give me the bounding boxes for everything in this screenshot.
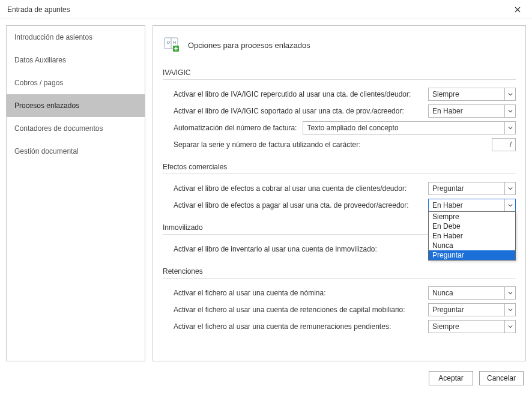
titlebar: Entrada de apuntes [0,0,532,19]
sidebar-item-label: Introducción de asientos [14,33,92,41]
combo-value: En Haber [429,107,504,115]
sidebar-item-label: Datos Auxiliares [14,56,66,64]
chevron-down-icon [504,321,515,333]
dropdown-option[interactable]: Siempre [429,212,515,222]
section-title-iva: IVA/IGIC [163,65,516,80]
row-iva-separador: Separar la serie y número de factura uti… [163,136,516,153]
combo-iva-soportado[interactable]: En Haber [428,104,516,118]
chevron-down-icon [504,287,515,299]
chevron-down-icon [504,122,515,134]
window-title: Entrada de apuntes [7,5,70,14]
combo-value: Nunca [429,289,504,297]
dropdown-option[interactable]: Nunca [429,241,515,250]
accept-button[interactable]: Aceptar [429,371,473,385]
combo-efectos-pagar[interactable]: En Haber [428,199,516,212]
field-label: Activar el libro de efectos a pagar al u… [174,201,409,210]
sidebar-item-label: Contadores de documentos [14,124,103,133]
row-iva-repercutido: Activar el libro de IVA/IGIC repercutido… [163,86,516,103]
combo-iva-repercutido[interactable]: Siempre [428,88,516,101]
row-iva-automatizacion: Automatización del número de factura: Te… [163,119,516,136]
page-title: Opciones para procesos enlazados [188,41,310,50]
combo-reten-remuneraciones[interactable]: Siempre [428,320,516,333]
combo-reten-capital[interactable]: Preguntar [428,303,516,316]
row-efectos-pagar: Activar el libro de efectos a pagar al u… [163,197,516,214]
button-label: Aceptar [438,374,463,382]
sidebar-item-introduccion[interactable]: Introducción de asientos [7,26,145,49]
button-label: Cancelar [487,374,516,382]
combo-automatizacion-factura[interactable]: Texto ampliado del concepto [303,121,516,134]
combo-value: Siempre [429,322,504,331]
combo-value: En Haber [429,201,504,210]
field-label: Activar el libro de inventario al usar u… [174,245,377,253]
field-label: Activar el fichero al usar una cuenta de… [174,306,405,314]
sidebar: Introducción de asientos Datos Auxiliare… [6,25,145,361]
field-label: Activar el fichero al usar una cuenta de… [174,322,391,331]
field-label: Automatización del número de factura: [174,124,297,132]
combo-value: Preguntar [429,184,504,193]
field-label: Activar el fichero al usar una cuenta de… [174,289,325,297]
sidebar-item-label: Gestión documental [14,147,79,155]
svg-text:D: D [167,40,170,44]
dropdown-option[interactable]: En Haber [429,231,515,241]
ledger-icon: D H [164,37,180,54]
section-title-efectos: Efectos comerciales [163,159,516,174]
dialog-footer: Aceptar Cancelar [0,366,532,390]
close-icon [515,7,521,13]
dropdown-option[interactable]: En Debe [429,222,515,231]
section-title-retenciones: Retenciones [163,264,516,279]
combo-reten-nomina[interactable]: Nunca [428,286,516,300]
chevron-down-icon [504,105,515,117]
sidebar-item-cobros-pagos[interactable]: Cobros / pagos [7,71,145,94]
sidebar-item-contadores[interactable]: Contadores de documentos [7,117,145,140]
close-button[interactable] [509,1,526,18]
sidebar-item-datos-auxiliares[interactable]: Datos Auxiliares [7,49,145,71]
chevron-down-icon [504,182,515,194]
combo-value: Preguntar [429,306,504,314]
sidebar-item-label: Cobros / pagos [14,79,63,87]
dialog-body: Introducción de asientos Datos Auxiliare… [0,19,532,366]
combo-value: Texto ampliado del concepto [303,124,504,132]
dropdown-list-efectos-pagar[interactable]: SiempreEn DebeEn HaberNuncaPreguntar [428,211,516,261]
sidebar-item-label: Procesos enlazados [14,101,79,110]
field-label: Activar el libro de IVA/IGIC repercutido… [174,90,411,98]
content-panel: D H Opciones para procesos enlazados IVA… [153,25,526,361]
svg-text:H: H [173,40,176,44]
input-separador-serie[interactable] [492,138,516,151]
field-label: Activar el libro de IVA/IGIC soportado a… [174,107,404,115]
row-iva-soportado: Activar el libro de IVA/IGIC soportado a… [163,103,516,119]
row-reten-remuneraciones: Activar el fichero al usar una cuenta de… [163,318,516,335]
dropdown-option[interactable]: Preguntar [429,250,515,260]
chevron-down-icon [504,304,515,316]
page-header: D H Opciones para procesos enlazados [164,37,516,54]
sidebar-item-procesos-enlazados[interactable]: Procesos enlazados [7,94,145,117]
row-reten-nomina: Activar el fichero al usar una cuenta de… [163,285,516,301]
field-label: Activar el libro de efectos a cobrar al … [174,184,407,193]
field-label: Separar la serie y número de factura uti… [174,140,361,149]
row-efectos-cobrar: Activar el libro de efectos a cobrar al … [163,180,516,197]
chevron-down-icon [504,199,515,211]
combo-efectos-cobrar[interactable]: Preguntar [428,182,516,195]
chevron-down-icon [504,88,515,100]
cancel-button[interactable]: Cancelar [479,371,524,385]
row-reten-capital: Activar el fichero al usar una cuenta de… [163,301,516,318]
sidebar-item-gestion-documental[interactable]: Gestión documental [7,140,145,163]
combo-value: Siempre [429,90,504,98]
